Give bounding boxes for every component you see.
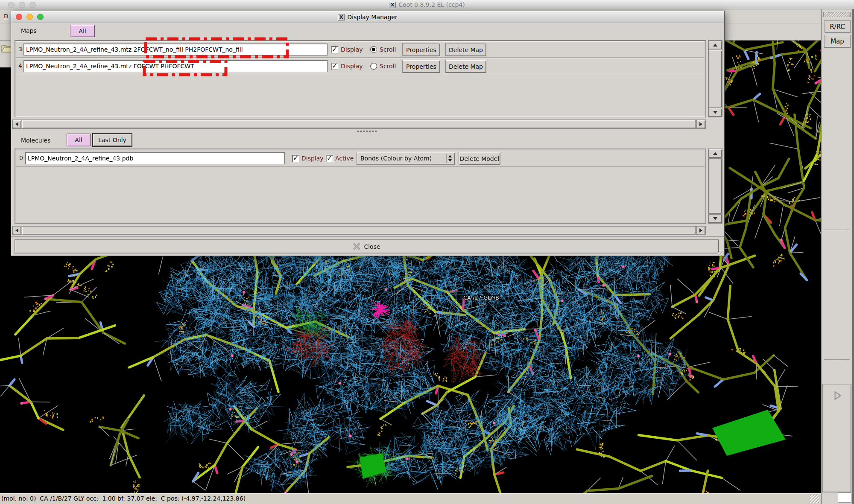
menu-file[interactable]: Fi [4, 13, 9, 20]
map-name-entry[interactable]: LPMO_Neutron_2_4A_refine_43.mtz FOFCWT P… [23, 60, 328, 72]
map-delete-button[interactable]: Delete Map [445, 43, 486, 56]
dialog-titlebar[interactable]: X Display Manager [11, 11, 724, 23]
map-scroll-label: Scroll [380, 46, 396, 53]
close-x-icon [353, 243, 360, 250]
maps-vscrollbar[interactable] [708, 40, 722, 117]
dialog-title: Display Manager [347, 14, 397, 20]
molecule-display-label: Display [301, 155, 324, 162]
molecules-section-label: Molecules [21, 137, 51, 144]
map-properties-button[interactable]: Properties [402, 60, 440, 73]
x11-app-icon: X [389, 2, 396, 8]
main-window-title: Coot 0.8.9.2 EL (ccp4) [398, 1, 465, 8]
molecule-display-checkbox[interactable] [292, 155, 299, 162]
dropdown-spinner-icon[interactable] [446, 154, 453, 163]
right-toolbar: R/RC Map Side☢++ [821, 9, 852, 504]
molecule-name-entry[interactable]: LPMO_Neutron_2_4A_refine_43.pdb [25, 152, 285, 164]
molecule-delete-button[interactable]: Delete Model [459, 152, 500, 165]
display-manager-dialog: X Display Manager Maps All 3 LPMO_Neutro… [11, 11, 725, 256]
toolbar-separator [824, 359, 850, 360]
map-name-entry[interactable]: LPMO_Neutron_2_4A_refine_43.mtz 2FOFCWT_… [23, 44, 328, 55]
screen: X Coot 0.8.9.2 EL (ccp4) Fi R/RC Map Sid… [0, 0, 854, 504]
map-display-checkbox[interactable] [331, 46, 338, 53]
maps-hscrollbar[interactable] [12, 119, 706, 129]
rrc-button[interactable]: R/RC [824, 20, 851, 33]
map-button[interactable]: Map [824, 35, 851, 48]
map-display-label: Display [341, 63, 363, 70]
dialog-resize-grip[interactable] [718, 251, 724, 256]
maps-section-label: Maps [21, 27, 37, 34]
map-row: 3 LPMO_Neutron_2_4A_refine_43.mtz 2FOFCW… [16, 41, 705, 58]
molecule-row: 0 LPMO_Neutron_2_4A_refine_43.pdb Displa… [16, 150, 705, 167]
toolbar-bottom-panel [822, 384, 851, 492]
map-index: 4 [18, 62, 22, 69]
molecules-last-only-button[interactable]: Last Only [93, 134, 132, 146]
map-index: 3 [18, 46, 22, 52]
molecule-active-checkbox[interactable] [326, 155, 333, 162]
map-row: 4 LPMO_Neutron_2_4A_refine_43.mtz FOFCWT… [16, 58, 705, 74]
molecule-active-label: Active [335, 155, 354, 162]
maps-list: 3 LPMO_Neutron_2_4A_refine_43.mtz 2FOFCW… [15, 40, 706, 117]
close-button-label: Close [364, 243, 380, 250]
map-scroll-radio[interactable] [370, 46, 377, 53]
toolbar-drag-handle[interactable] [823, 12, 851, 17]
molecules-all-button[interactable]: All [67, 134, 91, 146]
bonds-dropdown-value: Bonds (Colour by Atom) [360, 155, 432, 162]
map-display-checkbox[interactable] [331, 63, 338, 70]
statusbar-text: (mol. no: 0) CA /1/B/27 GLY occ: 1.00 bf… [1, 495, 246, 502]
molecules-list: 0 LPMO_Neutron_2_4A_refine_43.pdb Displa… [15, 149, 706, 224]
molecule-index: 0 [19, 154, 23, 161]
map-scroll-label: Scroll [380, 63, 396, 70]
main-toolbar-left-block [0, 41, 11, 67]
x11-dialog-icon: X [338, 14, 345, 20]
molecules-vscrollbar[interactable] [708, 149, 722, 224]
pane-divider-handle[interactable] [357, 131, 378, 132]
screen-right-edge [852, 9, 854, 504]
map-scroll-radio[interactable] [370, 63, 377, 70]
statusbar-resize-grip[interactable] [810, 495, 819, 503]
map-delete-button[interactable]: Delete Map [445, 60, 486, 73]
close-button[interactable]: Close [15, 239, 719, 253]
statusbar: (mol. no: 0) CA /1/B/27 GLY occ: 1.00 bf… [0, 493, 821, 504]
main-titlebar: X Coot 0.8.9.2 EL (ccp4) [0, 0, 854, 9]
bonds-representation-dropdown[interactable]: Bonds (Colour by Atom) [357, 152, 455, 165]
dialog-separator-highlight [11, 237, 724, 237]
play-icon[interactable] [831, 390, 843, 402]
window-resize-grip[interactable] [838, 492, 851, 503]
map-display-label: Display [341, 46, 363, 53]
map-properties-button[interactable]: Properties [402, 43, 440, 56]
molecules-hscrollbar[interactable] [12, 226, 706, 235]
maps-all-button[interactable]: All [70, 25, 95, 37]
toolbar-separator [824, 230, 850, 230]
